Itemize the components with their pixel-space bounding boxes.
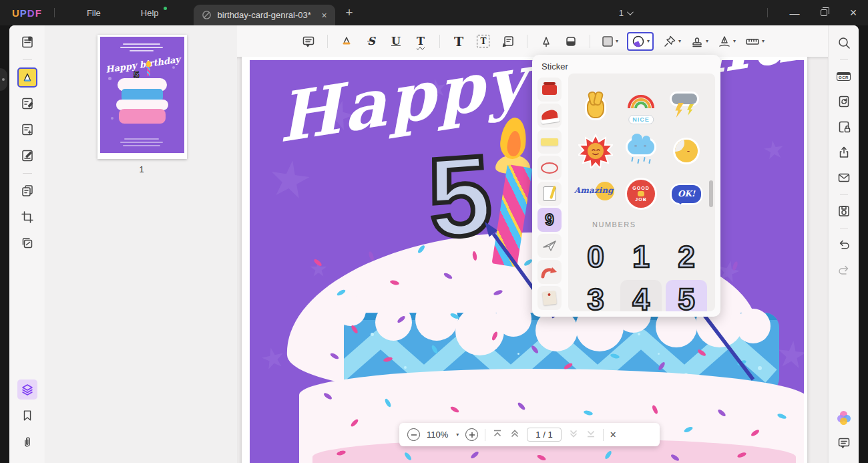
redo-button[interactable] [835, 261, 853, 279]
new-year-cake-icon [542, 85, 557, 95]
protect-button[interactable] [835, 118, 853, 136]
window-count-dropdown[interactable]: 1 [619, 8, 632, 18]
sidebar-item-reader[interactable] [17, 32, 37, 52]
sidebar-item-organize-pages[interactable] [17, 120, 37, 140]
category-pinned-note[interactable] [537, 286, 562, 310]
sidebar-item-batch[interactable] [17, 233, 37, 253]
santa-hat-icon [541, 109, 558, 122]
ai-assistant-button[interactable] [835, 408, 853, 427]
sticker-rain-cloud[interactable] [618, 130, 664, 172]
sidebar-item-comment[interactable] [17, 67, 37, 88]
go-last-page-button[interactable] [586, 429, 596, 441]
ocr-button[interactable]: OCR [835, 67, 853, 86]
category-santa-hat[interactable] [537, 104, 562, 128]
undo-button[interactable] [835, 235, 853, 254]
close-window-button[interactable]: × [839, 0, 868, 25]
category-numbers-selected[interactable]: 9 [537, 208, 562, 232]
share-button[interactable] [835, 143, 853, 162]
sticker-ok[interactable]: OK! [664, 172, 709, 215]
eraser-tool[interactable] [563, 33, 579, 49]
page-thumbnail[interactable]: Happy birthday 5 [97, 35, 187, 159]
sticker-moon[interactable] [664, 130, 709, 172]
sidebar-item-edit-pdf[interactable] [17, 94, 37, 114]
category-red-arrow[interactable] [537, 260, 562, 284]
sidebar-item-attachment[interactable] [17, 432, 37, 452]
new-tab-button[interactable]: + [346, 5, 353, 20]
sidebar-item-crop[interactable] [17, 207, 37, 227]
text-box-tool[interactable]: T [475, 33, 491, 49]
compress-button[interactable] [835, 92, 853, 111]
sticker-amazing[interactable]: Amazing [573, 172, 618, 215]
sidebar-item-fill-sign[interactable] [17, 146, 37, 166]
next-page-button[interactable] [568, 429, 579, 441]
sticker-sun[interactable] [573, 130, 618, 172]
number-sticker-4[interactable]: 4 [620, 280, 662, 311]
add-text-tool[interactable]: T [451, 33, 467, 49]
previous-page-button[interactable] [509, 429, 520, 441]
category-notepad[interactable] [537, 182, 562, 206]
measure-tool[interactable]: ▾ [744, 34, 765, 49]
menu-file[interactable]: File [67, 8, 121, 18]
signature-tool[interactable]: ▾ [717, 34, 736, 49]
menu-help[interactable]: Help [121, 8, 179, 18]
sidebar-item-bookmark[interactable] [17, 406, 37, 426]
sticker-storm-cloud[interactable] [664, 87, 709, 130]
number-sticker-0[interactable]: 0 [575, 237, 616, 276]
lightning-icon [686, 104, 694, 116]
close-zoom-bar-button[interactable]: × [610, 429, 616, 441]
app-window: Happy birthday 5 1 S U T T T [9, 25, 859, 463]
zoom-bar-divider [603, 429, 604, 441]
go-first-page-button[interactable] [492, 429, 503, 441]
sticker-victory-hand[interactable] [573, 87, 618, 130]
email-button[interactable] [835, 168, 853, 187]
feedback-button[interactable] [835, 434, 853, 452]
sidebar-item-convert[interactable] [17, 181, 37, 201]
strikethrough-tool[interactable]: S [363, 33, 379, 49]
category-sticky-note[interactable] [537, 130, 562, 154]
category-new-year-cake[interactable] [537, 78, 562, 102]
thumbnail-panel: Happy birthday 5 1 [46, 25, 237, 463]
pencil-tool[interactable] [538, 33, 554, 49]
sprinkle-decor [732, 261, 738, 271]
zoom-out-button[interactable] [407, 428, 420, 441]
panel-scrollbar[interactable] [709, 180, 713, 207]
comment-toolbar: S U T T T ▾ ▾ ▾ ▾ [237, 25, 828, 57]
note-tool[interactable] [300, 33, 316, 49]
tab-close-icon[interactable]: × [321, 10, 327, 21]
stamp-tool[interactable]: ▾ [690, 34, 708, 49]
note-icon [301, 34, 316, 49]
paper-plane-icon [541, 238, 558, 254]
underline-tool[interactable]: U [388, 33, 404, 49]
restore-button[interactable] [809, 0, 839, 25]
zoom-dropdown-caret[interactable]: ▾ [456, 432, 459, 438]
star-decor [267, 158, 312, 203]
toolbar-divider [439, 35, 440, 48]
grey-cloud-icon [672, 94, 697, 104]
zoom-in-button[interactable] [465, 428, 478, 441]
minimize-button[interactable]: — [780, 0, 809, 25]
sidebar-collapse-handle[interactable] [0, 68, 7, 91]
sidebar-item-layers[interactable] [17, 379, 37, 400]
category-paper-plane[interactable] [537, 234, 562, 258]
sticker-nice-rainbow[interactable]: NICE [618, 87, 664, 130]
number-sticker-1[interactable]: 1 [620, 237, 662, 276]
crop-icon [20, 210, 35, 224]
pin-tool[interactable]: ▾ [662, 34, 681, 49]
save-button[interactable] [835, 202, 853, 220]
category-red-oval[interactable] [537, 156, 562, 180]
logo-letter: U [12, 7, 20, 19]
page-indicator[interactable]: 1 / 1 [527, 428, 561, 442]
highlight-tool[interactable] [339, 33, 355, 49]
sticker-good-job[interactable]: GOOD JOB [618, 172, 664, 215]
squiggly-underline-tool[interactable]: T [413, 33, 429, 49]
document-tab[interactable]: birthday-card-genral-03* × [194, 5, 335, 25]
shape-tool[interactable]: ▾ [601, 35, 618, 48]
title-bar: UPDF File Help birthday-card-genral-03* … [0, 0, 868, 25]
search-button[interactable] [835, 33, 853, 52]
sticker-tool-selected[interactable]: ▾ [627, 32, 654, 51]
number-sticker-5-selected[interactable]: 5 [666, 280, 707, 311]
number-sticker-2[interactable]: 2 [666, 237, 707, 276]
layers-icon [20, 382, 35, 397]
number-sticker-3[interactable]: 3 [575, 280, 616, 311]
typewriter-tool[interactable] [500, 33, 516, 49]
